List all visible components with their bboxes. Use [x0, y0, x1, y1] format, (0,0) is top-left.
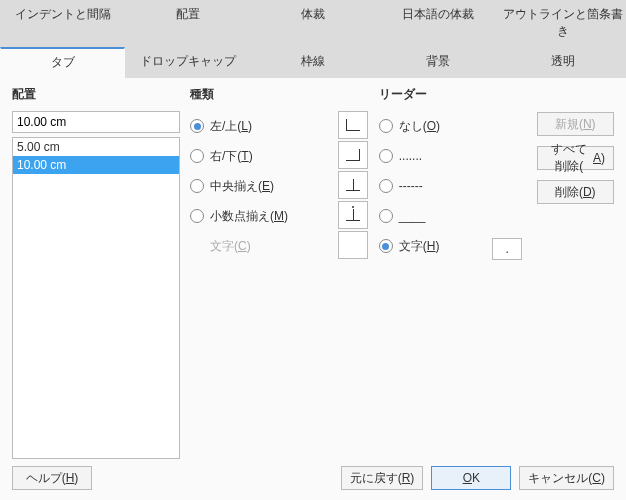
- radio-icon: [190, 209, 204, 223]
- tab-row-1: インデントと間隔 配置 体裁 日本語の体裁 アウトラインと箇条書き: [0, 0, 626, 47]
- tab-tabs[interactable]: タブ: [0, 47, 125, 78]
- radio-icon: [379, 239, 393, 253]
- ok-button[interactable]: OK: [431, 466, 511, 490]
- tab-asian[interactable]: 日本語の体裁: [376, 0, 501, 47]
- tabstop-center-icon: [338, 171, 368, 199]
- tab-borders[interactable]: 枠線: [250, 47, 375, 78]
- radio-icon: [190, 119, 204, 133]
- tab-dropcaps[interactable]: ドロップキャップ: [125, 47, 250, 78]
- leader-radio-none[interactable]: なし(O): [379, 111, 482, 141]
- type-decimal-label: 小数点揃え(M): [210, 208, 288, 225]
- type-char-label: 文字(C): [210, 238, 251, 255]
- type-char-input[interactable]: [338, 231, 368, 259]
- radio-icon: [379, 209, 393, 223]
- radio-icon: [379, 119, 393, 133]
- type-left-label: 左/上(L): [210, 118, 252, 135]
- bottom-button-bar: ヘルプ(H) 元に戻す(R) OK キャンセル(C): [0, 466, 626, 490]
- help-button[interactable]: ヘルプ(H): [12, 466, 92, 490]
- radio-icon: [379, 149, 393, 163]
- leader-radio-dots[interactable]: .......: [379, 141, 482, 171]
- type-center-label: 中央揃え(E): [210, 178, 274, 195]
- type-section: 種類 左/上(L) 右/下(T) 中央揃え(E) 小数点揃え(M) 文字(C): [190, 86, 328, 459]
- radio-icon: [190, 149, 204, 163]
- reset-button[interactable]: 元に戻す(R): [341, 466, 424, 490]
- cancel-button[interactable]: キャンセル(C): [519, 466, 614, 490]
- leader-title: リーダー: [379, 86, 482, 103]
- radio-icon: [379, 179, 393, 193]
- tab-alignment[interactable]: 配置: [125, 0, 250, 47]
- new-button[interactable]: 新規(N): [537, 112, 614, 136]
- tab-outline[interactable]: アウトラインと箇条書き: [501, 0, 626, 47]
- leader-radio-char[interactable]: 文字(H): [379, 231, 482, 261]
- leader-underline-label: ____: [399, 209, 426, 223]
- leader-radio-dashes[interactable]: ------: [379, 171, 482, 201]
- content-area: 配置 5.00 cm 10.00 cm 種類 左/上(L) 右/下(T) 中央揃…: [0, 78, 626, 459]
- type-right-label: 右/下(T): [210, 148, 253, 165]
- tab-indent[interactable]: インデントと間隔: [0, 0, 125, 47]
- leader-dots-label: .......: [399, 149, 422, 163]
- type-title: 種類: [190, 86, 328, 103]
- delete-all-button[interactable]: すべて削除(A): [537, 146, 614, 170]
- position-section: 配置 5.00 cm 10.00 cm: [12, 86, 180, 459]
- position-input[interactable]: [12, 111, 180, 133]
- tabstop-right-icon: [338, 141, 368, 169]
- leader-char-column: .: [492, 111, 526, 459]
- radio-icon: [190, 179, 204, 193]
- type-radio-center[interactable]: 中央揃え(E): [190, 171, 328, 201]
- tabstop-decimal-icon: [338, 201, 368, 229]
- leader-none-label: なし(O): [399, 118, 440, 135]
- type-radio-left[interactable]: 左/上(L): [190, 111, 328, 141]
- position-title: 配置: [12, 86, 180, 103]
- delete-button[interactable]: 削除(D): [537, 180, 614, 204]
- leader-section: リーダー なし(O) ....... ------ ____ 文字(H): [379, 86, 482, 459]
- position-list[interactable]: 5.00 cm 10.00 cm: [12, 137, 180, 459]
- leader-dashes-label: ------: [399, 179, 423, 193]
- tab-row-2: タブ ドロップキャップ 枠線 背景 透明: [0, 47, 626, 78]
- type-radio-right[interactable]: 右/下(T): [190, 141, 328, 171]
- leader-char-label: 文字(H): [399, 238, 440, 255]
- list-item[interactable]: 10.00 cm: [13, 156, 179, 174]
- tab-bar: インデントと間隔 配置 体裁 日本語の体裁 アウトラインと箇条書き タブ ドロッ…: [0, 0, 626, 78]
- side-buttons: 新規(N) すべて削除(A) 削除(D): [537, 86, 614, 459]
- type-icon-column: [338, 111, 369, 459]
- leader-char-input[interactable]: .: [492, 238, 522, 260]
- tabstop-left-icon: [338, 111, 368, 139]
- list-item[interactable]: 5.00 cm: [13, 138, 179, 156]
- type-radio-decimal[interactable]: 小数点揃え(M): [190, 201, 328, 231]
- tab-format[interactable]: 体裁: [250, 0, 375, 47]
- tab-transparency[interactable]: 透明: [501, 47, 626, 78]
- type-char-row: 文字(C): [190, 231, 328, 261]
- tab-background[interactable]: 背景: [376, 47, 501, 78]
- leader-radio-underline[interactable]: ____: [379, 201, 482, 231]
